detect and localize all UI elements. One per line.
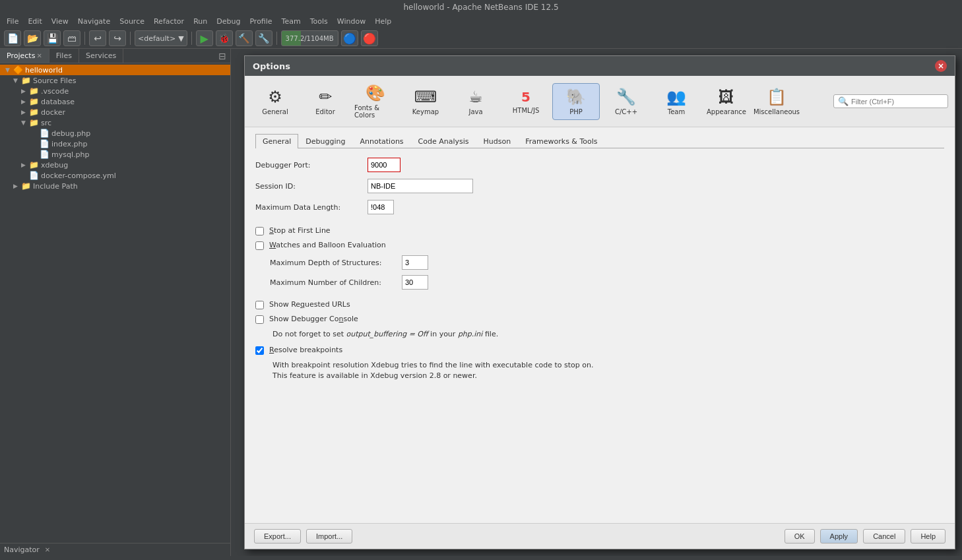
sep4 <box>276 32 277 45</box>
tree-item-index-php[interactable]: ▶ 📄 index.php <box>0 139 230 149</box>
show-debugger-console-row: Show Debugger Console <box>255 315 944 324</box>
resolve-breakpoints-checkbox[interactable] <box>255 346 264 355</box>
option-team[interactable]: 👥 Team <box>653 84 700 119</box>
tab-annotations[interactable]: Annotations <box>353 134 411 148</box>
option-html-js[interactable]: 5 HTML/JS <box>502 85 550 118</box>
tree-item-include-path[interactable]: ▶ 📁 Include Path <box>0 181 230 191</box>
general-icon: ⚙ <box>268 88 282 106</box>
option-editor[interactable]: ✏ Editor <box>302 84 349 119</box>
panel-collapse-btn[interactable]: ⊟ <box>214 49 230 63</box>
watches-balloon-checkbox[interactable] <box>255 241 264 250</box>
tree-item-database[interactable]: ▶ 📁 database <box>0 96 230 107</box>
option-fonts-colors[interactable]: 🎨 Fonts & Colors <box>352 80 399 123</box>
menu-edit[interactable]: Edit <box>24 16 46 27</box>
option-appearance[interactable]: 🖼 Appearance <box>703 84 750 119</box>
tab-hudson[interactable]: Hudson <box>476 134 519 148</box>
ok-btn[interactable]: OK <box>785 529 815 544</box>
navigator-close-icon[interactable]: ✕ <box>45 546 50 553</box>
menu-source[interactable]: Source <box>115 16 148 27</box>
build-btn[interactable]: 🔨 <box>236 30 253 46</box>
option-keymap[interactable]: ⌨ Keymap <box>402 84 449 119</box>
save-all-btn[interactable]: 🗃 <box>63 30 80 46</box>
dialog-close-btn[interactable]: × <box>935 60 947 72</box>
tree-label-mysql-php: mysql.php <box>51 150 89 159</box>
tab-files[interactable]: Files <box>49 49 79 63</box>
stop-first-line-checkbox[interactable] <box>255 227 264 235</box>
debugger-port-input[interactable] <box>368 158 401 172</box>
tab-debugging[interactable]: Debugging <box>298 134 352 148</box>
max-depth-input[interactable] <box>402 255 428 270</box>
menu-window[interactable]: Window <box>333 16 369 27</box>
filter-box[interactable]: 🔍 <box>833 94 948 108</box>
menu-view[interactable]: View <box>48 16 73 27</box>
option-general[interactable]: ⚙ General <box>251 84 299 119</box>
tree-item-source-files[interactable]: ▼ 📁 Source Files <box>0 75 230 86</box>
inspect-btn[interactable]: 🔴 <box>361 30 378 46</box>
option-c-cpp[interactable]: 🔧 C/C++ <box>602 84 650 119</box>
profile-btn[interactable]: 🔵 <box>341 30 358 46</box>
menu-help[interactable]: Help <box>371 16 395 27</box>
import-btn[interactable]: Import... <box>306 529 352 544</box>
help-btn[interactable]: Help <box>911 529 946 544</box>
show-requested-urls-checkbox[interactable] <box>255 301 264 309</box>
apply-btn[interactable]: Apply <box>820 529 858 544</box>
tree-item-docker[interactable]: ▶ 📁 docker <box>0 107 230 117</box>
max-children-input[interactable] <box>402 275 428 290</box>
cancel-btn[interactable]: Cancel <box>863 529 905 544</box>
max-data-length-input[interactable] <box>368 200 394 214</box>
export-btn[interactable]: Export... <box>254 529 301 544</box>
menu-navigate[interactable]: Navigate <box>74 16 114 27</box>
helloworld-folder-icon: 🔶 <box>13 65 23 75</box>
tree-item-debug-php[interactable]: ▶ 📄 debug.php <box>0 128 230 139</box>
source-folder-icon: 📁 <box>21 76 31 85</box>
run-btn[interactable]: ▶ <box>196 30 213 46</box>
inner-tabs: General Debugging Annotations Code Analy… <box>255 134 944 148</box>
dropdown-arrow-icon: ▼ <box>178 34 183 43</box>
menu-refactor[interactable]: Refactor <box>150 16 188 27</box>
redo-btn[interactable]: ↪ <box>109 30 126 46</box>
option-php[interactable]: 🐘 PHP <box>552 83 600 120</box>
menu-run[interactable]: Run <box>189 16 211 27</box>
tab-general[interactable]: General <box>255 134 298 148</box>
session-id-input[interactable] <box>368 179 473 193</box>
menu-team[interactable]: Team <box>278 16 305 27</box>
tree-item-src[interactable]: ▼ 📁 src <box>0 117 230 128</box>
menu-debug[interactable]: Debug <box>212 16 244 27</box>
max-depth-label: Maximum Depth of Structures: <box>270 259 402 267</box>
vscode-folder-icon: 📁 <box>29 86 39 96</box>
tree-item-mysql-php[interactable]: ▶ 📄 mysql.php <box>0 149 230 160</box>
config-dropdown[interactable]: <default> ▼ <box>135 30 187 46</box>
memory-indicator[interactable]: 377.2/1104MB <box>281 30 338 46</box>
save-btn[interactable]: 💾 <box>44 30 61 46</box>
clean-build-btn[interactable]: 🔧 <box>255 30 273 46</box>
show-debugger-console-checkbox[interactable] <box>255 315 264 324</box>
database-folder-icon: 📁 <box>29 97 39 106</box>
tree-item-helloworld[interactable]: ▼ 🔶 helloworld <box>0 65 230 75</box>
editor-icon: ✏ <box>319 88 332 106</box>
tab-frameworks-tools[interactable]: Frameworks & Tools <box>518 134 604 148</box>
tree-item-xdebug[interactable]: ▶ 📁 xdebug <box>0 160 230 170</box>
open-project-btn[interactable]: 📂 <box>24 30 41 46</box>
tab-services[interactable]: Services <box>79 49 123 63</box>
new-file-btn[interactable]: 📄 <box>4 30 21 46</box>
option-java[interactable]: ☕ Java <box>452 84 499 119</box>
tab-code-analysis[interactable]: Code Analysis <box>411 134 476 148</box>
tree-item-vscode[interactable]: ▶ 📁 .vscode <box>0 86 230 96</box>
undo-btn[interactable]: ↩ <box>89 30 106 46</box>
option-miscellaneous[interactable]: 📋 Miscellaneous <box>753 84 800 119</box>
menu-profile[interactable]: Profile <box>245 16 276 27</box>
tree-label-vscode: .vscode <box>41 87 69 96</box>
title-text: helloworld - Apache NetBeans IDE 12.5 <box>403 3 558 12</box>
c-cpp-icon: 🔧 <box>616 88 636 106</box>
tree-item-docker-compose[interactable]: ▶ 📄 docker-compose.yml <box>0 170 230 181</box>
filter-input[interactable] <box>851 98 944 106</box>
debug-btn[interactable]: 🐞 <box>216 30 233 46</box>
debug-php-icon: 📄 <box>40 129 49 138</box>
projects-close-icon[interactable]: ✕ <box>36 52 42 59</box>
menu-file[interactable]: File <box>3 16 22 27</box>
tab-projects[interactable]: Projects✕ <box>0 49 49 63</box>
miscellaneous-icon: 📋 <box>767 88 786 106</box>
session-id-label: Session ID: <box>255 182 368 191</box>
dialog-title-bar: Options × <box>245 56 955 76</box>
menu-tools[interactable]: Tools <box>306 16 332 27</box>
